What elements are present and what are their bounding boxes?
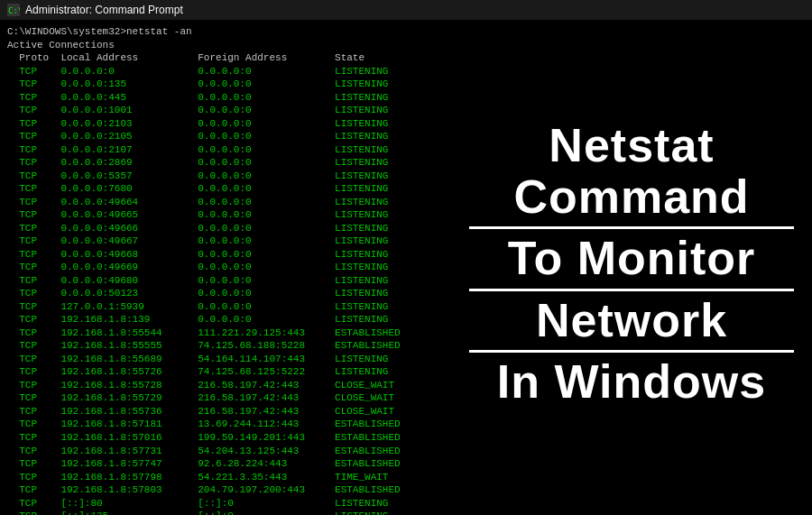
table-row: TCP [::]:80 [::]:0 LISTENING: [7, 497, 444, 510]
table-row: TCP 192.168.1.8:55736 216.58.197.42:443 …: [7, 405, 444, 418]
table-row: TCP 0.0.0.0:2105 0.0.0.0:0 LISTENING: [7, 130, 444, 143]
overlay-line-1: Netstat Command: [469, 120, 794, 229]
table-row: TCP 127.0.0.1:5939 0.0.0.0:0 LISTENING: [7, 300, 444, 314]
svg-text:C:\: C:\: [8, 6, 20, 15]
overlay-line-4: In Windows: [469, 356, 794, 411]
table-row: TCP 0.0.0.0:7680 0.0.0.0:0 LISTENING: [7, 182, 444, 196]
overlay-title: Netstat Command To Monitor Network In Wi…: [469, 120, 794, 415]
table-row: TCP 192.168.1.8:57016 199.59.149.201:443…: [7, 431, 444, 445]
table-row: TCP 0.0.0.0:49666 0.0.0.0:0 LISTENING: [7, 222, 444, 235]
title-bar: C:\ Administrator: Command Prompt: [0, 0, 812, 20]
table-row: TCP 0.0.0.0:2103 0.0.0.0:0 LISTENING: [7, 117, 444, 131]
table-row: TCP 0.0.0.0:49668 0.0.0.0:0 LISTENING: [7, 248, 444, 262]
terminal-rows: TCP 0.0.0.0:0 0.0.0.0:0 LISTENING TCP 0.…: [7, 65, 444, 515]
table-row: TCP 192.168.1.8:55726 74.125.68.125:5222…: [7, 365, 444, 379]
table-row: TCP 0.0.0.0:49667 0.0.0.0:0 LISTENING: [7, 235, 444, 248]
overlay-panel: Netstat Command To Monitor Network In Wi…: [451, 20, 812, 515]
table-row: TCP 0.0.0.0:2869 0.0.0.0:0 LISTENING: [7, 156, 444, 170]
cmd-icon: C:\: [7, 4, 20, 16]
table-row: TCP 0.0.0.0:1001 0.0.0.0:0 LISTENING: [7, 104, 444, 117]
table-row: TCP 0.0.0.0:5357 0.0.0.0:0 LISTENING: [7, 170, 444, 183]
table-row: TCP 192.168.1.8:57747 92.6.28.224:443 ES…: [7, 457, 444, 471]
command-prompt: C:\WINDOWS\system32>netstat -an: [7, 25, 444, 39]
table-row: TCP 0.0.0.0:2107 0.0.0.0:0 LISTENING: [7, 143, 444, 157]
table-row: TCP 192.168.1.8:55544 111.221.29.125:443…: [7, 326, 444, 340]
column-headers: Proto Local Address Foreign Address Stat…: [7, 51, 444, 65]
table-row: TCP 192.168.1.8:57803 204.79.197.200:443…: [7, 483, 444, 497]
table-row: TCP 0.0.0.0:135 0.0.0.0:0 LISTENING: [7, 78, 444, 91]
table-row: TCP 0.0.0.0:49664 0.0.0.0:0 LISTENING: [7, 196, 444, 209]
table-row: TCP 0.0.0.0:49669 0.0.0.0:0 LISTENING: [7, 261, 444, 274]
table-row: TCP 192.168.1.8:57181 13.69.244.112:443 …: [7, 418, 444, 431]
content-area: C:\WINDOWS\system32>netstat -an Active C…: [0, 20, 812, 515]
window: C:\ Administrator: Command Prompt C:\WIN…: [0, 0, 812, 515]
table-row: TCP [::]:135 [::]:0 LISTENING: [7, 510, 444, 515]
table-row: TCP 0.0.0.0:49665 0.0.0.0:0 LISTENING: [7, 208, 444, 222]
table-row: TCP 0.0.0.0:0 0.0.0.0:0 LISTENING: [7, 65, 444, 78]
overlay-line-2: To Monitor: [469, 233, 794, 290]
table-row: TCP 192.168.1.8:55728 216.58.197.42:443 …: [7, 379, 444, 392]
table-row: TCP 192.168.1.8:57798 54.221.3.35:443 TI…: [7, 471, 444, 484]
terminal-panel: C:\WINDOWS\system32>netstat -an Active C…: [0, 20, 451, 515]
table-row: TCP 0.0.0.0:50123 0.0.0.0:0 LISTENING: [7, 287, 444, 300]
table-row: TCP 192.168.1.8:139 0.0.0.0:0 LISTENING: [7, 313, 444, 326]
table-row: TCP 192.168.1.8:57731 54.204.13.125:443 …: [7, 445, 444, 458]
table-row: TCP 0.0.0.0:49680 0.0.0.0:0 LISTENING: [7, 274, 444, 288]
table-row: TCP 192.168.1.8:55689 54.164.114.107:443…: [7, 353, 444, 366]
overlay-line-3: Network: [469, 295, 794, 353]
title-bar-text: Administrator: Command Prompt: [25, 4, 805, 16]
table-row: TCP 192.168.1.8:55729 216.58.197.42:443 …: [7, 391, 444, 405]
table-row: TCP 0.0.0.0:445 0.0.0.0:0 LISTENING: [7, 91, 444, 105]
table-row: TCP 192.168.1.8:55555 74.125.68.188:5228…: [7, 339, 444, 353]
active-connections-label: Active Connections: [7, 39, 444, 52]
